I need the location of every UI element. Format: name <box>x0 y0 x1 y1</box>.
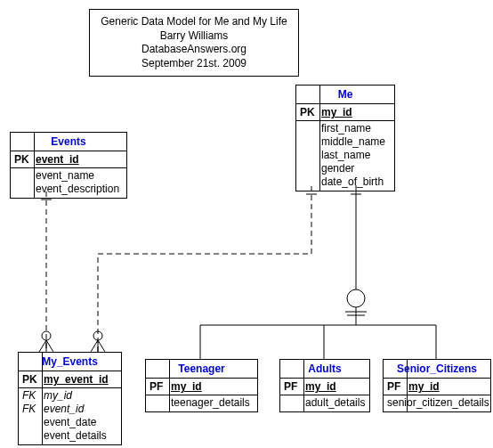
senior-pf-attr: my_id <box>408 380 487 394</box>
adults-pf-key: PF <box>284 380 305 394</box>
me-attr: date_of_birth <box>321 175 391 189</box>
events-pk-attr: event_id <box>36 153 123 167</box>
myevents-fk2-attr: event_id <box>44 403 117 416</box>
entity-adults-header: Adults <box>280 360 369 379</box>
events-pk-key: PK <box>14 153 36 167</box>
me-attr: last_name <box>321 149 391 162</box>
svg-point-16 <box>347 289 365 307</box>
myevents-attr: event_date <box>44 416 117 429</box>
myevents-pk-key: PK <box>22 373 44 387</box>
senior-attr: senior_citizen_details <box>387 396 489 410</box>
myevents-attr: event_details <box>44 429 117 443</box>
myevents-fk2-key: FK <box>22 403 44 416</box>
events-attr: event_name <box>36 169 123 183</box>
svg-point-10 <box>93 331 102 340</box>
svg-line-4 <box>46 340 53 352</box>
entity-senior: Senior_Citizens PF my_id senior_citizen_… <box>383 359 491 412</box>
teenager-pf-attr: my_id <box>171 380 254 394</box>
title-box: Generic Data Model for Me and My Life Ba… <box>89 9 299 77</box>
entity-me: Me PK my_id first_name middle_name last_… <box>295 85 395 191</box>
rel-events-myevents <box>39 191 53 352</box>
myevents-pk-attr: my_event_id <box>44 373 117 387</box>
title-line2: Barry Williams <box>101 29 287 44</box>
svg-line-3 <box>39 340 46 352</box>
title-line1: Generic Data Model for Me and My Life <box>101 15 287 29</box>
teenager-pf-key: PF <box>150 380 171 394</box>
senior-pf-key: PF <box>387 380 408 394</box>
title-line4: September 21st. 2009 <box>101 57 287 71</box>
title-line3: DatabaseAnswers.org <box>101 43 287 57</box>
me-pk-attr: my_id <box>321 106 391 119</box>
me-attr: first_name <box>321 122 391 135</box>
entity-adults: Adults PF my_id adult_details <box>279 359 370 412</box>
entity-events: Events PK event_id event_name event_desc… <box>10 132 127 199</box>
me-attr: middle_name <box>321 135 391 149</box>
entity-senior-header: Senior_Citizens <box>384 360 490 379</box>
svg-line-11 <box>91 340 98 352</box>
entity-me-header: Me <box>296 86 394 104</box>
adults-pf-attr: my_id <box>305 380 366 394</box>
rel-me-subtypes <box>200 185 436 359</box>
entity-events-header: Events <box>11 133 126 151</box>
adults-attr: adult_details <box>305 396 366 410</box>
teenager-attr: teenager_details <box>171 396 254 410</box>
svg-point-2 <box>42 331 51 340</box>
myevents-fk1-attr: my_id <box>44 389 117 403</box>
svg-line-12 <box>98 340 105 352</box>
entity-my-events-header: My_Events <box>19 353 121 371</box>
entity-teenager: Teenager PF my_id teenager_details <box>145 359 258 412</box>
me-pk-key: PK <box>300 106 321 119</box>
myevents-fk1-key: FK <box>22 389 44 403</box>
events-attr: event_description <box>36 183 123 196</box>
me-attr: gender <box>321 162 391 175</box>
rel-me-myevents <box>91 185 317 352</box>
entity-teenager-header: Teenager <box>146 360 257 379</box>
entity-my-events: My_Events PK my_event_id FK my_id FK eve… <box>18 352 122 445</box>
